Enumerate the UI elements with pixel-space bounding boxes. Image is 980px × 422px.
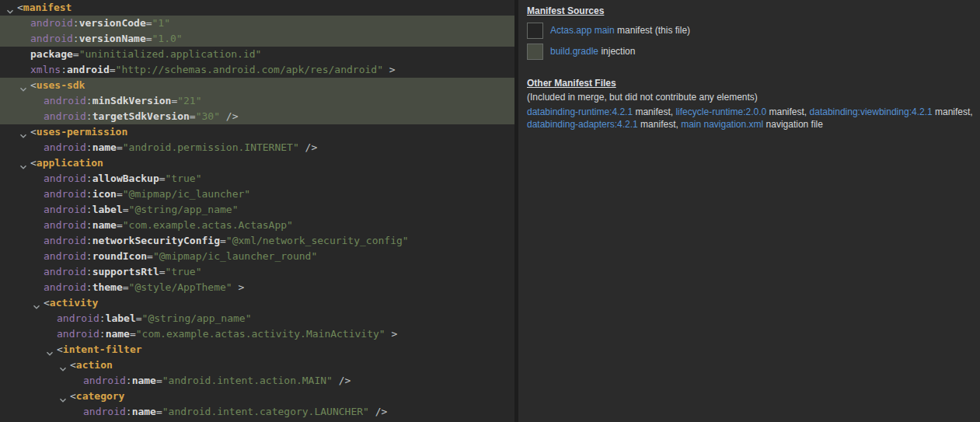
chevron-down-icon[interactable] bbox=[33, 299, 40, 307]
merge-note: (Included in merge, but did not contribu… bbox=[527, 92, 974, 103]
other-manifest-files-list: databinding-runtime:4.2.1 manifest, life… bbox=[527, 106, 974, 131]
xml-attribute: android:icon="@mipmap/ic_launcher" bbox=[0, 187, 514, 202]
manifest-file-link[interactable]: lifecycle-runtime:2.0.0 bbox=[675, 106, 766, 117]
code-line[interactable]: android:targetSdkVersion="30" /> bbox=[0, 109, 514, 124]
xml-attribute: xmlns:android="http://schemas.android.co… bbox=[0, 62, 514, 78]
code-line[interactable]: package="uninitialized.application.id" bbox=[0, 47, 514, 62]
code-line[interactable]: android:allowBackup="true" bbox=[0, 171, 514, 187]
manifest-sources-title: Manifest Sources bbox=[527, 5, 974, 17]
source-label: Actas.app main manifest (this file) bbox=[550, 25, 690, 37]
manifest-file-link[interactable]: main navigation.xml bbox=[681, 119, 763, 130]
code-line[interactable]: <manifest bbox=[0, 0, 514, 16]
chevron-down-icon[interactable] bbox=[46, 346, 54, 354]
xml-tag: <application bbox=[0, 155, 514, 171]
code-line[interactable]: android:name="com.example.actas.activity… bbox=[0, 326, 514, 342]
code-line[interactable]: android:theme="@style/AppTheme" > bbox=[0, 280, 514, 295]
xml-attribute: android:roundIcon="@mipmap/ic_launcher_r… bbox=[0, 249, 514, 264]
xml-attribute: android:name="android.permission.INTERNE… bbox=[0, 140, 514, 155]
manifest-file-link[interactable]: databinding:viewbinding:4.2.1 bbox=[810, 106, 933, 117]
xml-attribute: android:versionCode="1" bbox=[0, 16, 514, 31]
chevron-down-icon[interactable] bbox=[19, 128, 27, 136]
xml-attribute: android:supportsRtl="true" bbox=[0, 264, 514, 280]
other-manifest-files-title: Other Manifest Files bbox=[527, 78, 974, 89]
code-line[interactable]: android:minSdkVersion="21" bbox=[0, 93, 514, 109]
xml-tag: <activity bbox=[0, 295, 514, 311]
merged-manifest-editor: <manifestandroid:versionCode="1"android:… bbox=[0, 0, 514, 422]
xml-attribute: android:name="com.example.actas.activity… bbox=[0, 326, 514, 342]
xml-tag: <uses-sdk bbox=[0, 78, 514, 93]
xml-attribute: android:networkSecurityConfig="@xml/netw… bbox=[0, 233, 514, 249]
manifest-file-link[interactable]: databinding-adapters:4.2.1 bbox=[527, 119, 638, 130]
code-line[interactable]: android:name="android.intent.category.LA… bbox=[0, 404, 514, 420]
code-line[interactable]: android:label="@string/app_name" bbox=[0, 202, 514, 218]
code-line[interactable]: <category bbox=[0, 389, 514, 404]
manifest-source-link[interactable]: Actas.app main bbox=[550, 25, 615, 36]
code-line[interactable]: <application bbox=[0, 155, 514, 171]
xml-attribute: package="uninitialized.application.id" bbox=[0, 47, 514, 62]
chevron-down-icon[interactable] bbox=[19, 159, 27, 167]
source-color-swatch bbox=[527, 23, 543, 39]
xml-tag: <category bbox=[0, 389, 514, 404]
chevron-down-icon[interactable] bbox=[6, 4, 14, 12]
other-manifest-file-line: databinding-runtime:4.2.1 manifest, life… bbox=[527, 106, 974, 119]
xml-attribute: android:name="android.intent.category.LA… bbox=[0, 404, 514, 420]
xml-attribute: android:name="android.intent.action.MAIN… bbox=[0, 373, 514, 389]
code-line[interactable]: android:roundIcon="@mipmap/ic_launcher_r… bbox=[0, 249, 514, 264]
manifest-file-link[interactable]: databinding-runtime:4.2.1 bbox=[527, 106, 633, 117]
code-line[interactable]: android:versionCode="1" bbox=[0, 16, 514, 31]
xml-tag: <manifest bbox=[0, 0, 514, 16]
chevron-down-icon[interactable] bbox=[59, 392, 67, 400]
xml-attribute: android:allowBackup="true" bbox=[0, 171, 514, 187]
xml-attribute: android:label="@string/app_name" bbox=[0, 202, 514, 218]
code-line[interactable]: android:networkSecurityConfig="@xml/netw… bbox=[0, 233, 514, 249]
code-line[interactable]: <uses-sdk bbox=[0, 78, 514, 93]
code-line[interactable]: android:icon="@mipmap/ic_launcher" bbox=[0, 187, 514, 202]
manifest-info-panel: Manifest Sources Actas.app main manifest… bbox=[518, 0, 980, 422]
source-color-swatch bbox=[527, 44, 543, 60]
code-line[interactable]: android:name="android.permission.INTERNE… bbox=[0, 140, 514, 155]
chevron-down-icon[interactable] bbox=[19, 82, 27, 89]
code-line[interactable]: android:supportsRtl="true" bbox=[0, 264, 514, 280]
code-line[interactable]: <uses-permission bbox=[0, 124, 514, 140]
manifest-source-item: build.gradle injection bbox=[527, 44, 974, 60]
source-label: build.gradle injection bbox=[550, 46, 635, 58]
xml-attribute: android:theme="@style/AppTheme" > bbox=[0, 280, 514, 295]
code-line[interactable]: <intent-filter bbox=[0, 342, 514, 357]
code-line[interactable]: android:versionName="1.0" bbox=[0, 31, 514, 47]
xml-attribute: android:minSdkVersion="21" bbox=[0, 93, 514, 109]
xml-tag: <action bbox=[0, 357, 514, 373]
manifest-xml-tree: <manifestandroid:versionCode="1"android:… bbox=[0, 0, 514, 420]
code-line[interactable]: android:label="@string/app_name" bbox=[0, 311, 514, 326]
xml-attribute: android:targetSdkVersion="30" /> bbox=[0, 109, 514, 124]
code-line[interactable]: android:name="android.intent.action.MAIN… bbox=[0, 373, 514, 389]
code-line[interactable]: android:name="com.example.actas.ActasApp… bbox=[0, 218, 514, 233]
xml-tag: <uses-permission bbox=[0, 124, 514, 140]
xml-tag: <intent-filter bbox=[0, 342, 514, 357]
xml-attribute: android:versionName="1.0" bbox=[0, 31, 514, 47]
xml-attribute: android:label="@string/app_name" bbox=[0, 311, 514, 326]
other-manifest-file-line: databinding-adapters:4.2.1 manifest, mai… bbox=[527, 119, 974, 131]
manifest-source-item: Actas.app main manifest (this file) bbox=[527, 23, 974, 39]
code-line[interactable]: xmlns:android="http://schemas.android.co… bbox=[0, 62, 514, 78]
code-line[interactable]: <activity bbox=[0, 295, 514, 311]
manifest-sources-legend: Actas.app main manifest (this file)build… bbox=[527, 23, 974, 60]
xml-attribute: android:name="com.example.actas.ActasApp… bbox=[0, 218, 514, 233]
code-line[interactable]: <action bbox=[0, 357, 514, 373]
manifest-source-link[interactable]: build.gradle bbox=[550, 46, 598, 57]
chevron-down-icon[interactable] bbox=[59, 361, 67, 369]
